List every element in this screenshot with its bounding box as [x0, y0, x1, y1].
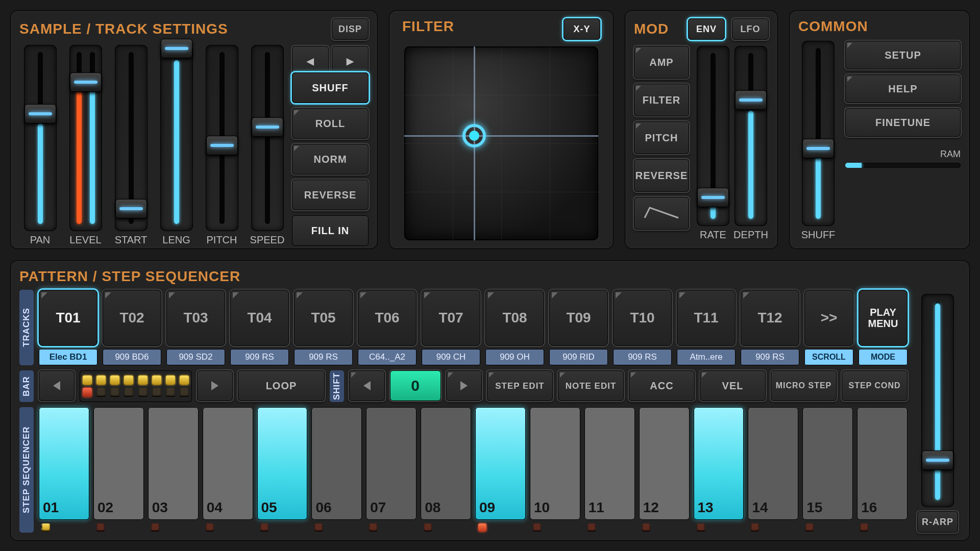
ram-label: RAM [845, 149, 961, 160]
rate-fader[interactable]: RATE [695, 46, 731, 241]
pitch-fader[interactable]: PITCH [201, 45, 242, 246]
step-03[interactable]: 03 [148, 407, 199, 520]
track-button-t09[interactable]: T09 [549, 290, 608, 346]
track-name[interactable]: 909 RID [549, 349, 608, 365]
roll-button[interactable]: ROLL [292, 108, 369, 139]
acc-button[interactable]: ACC [629, 370, 695, 401]
finetune-button[interactable]: FINETUNE [845, 108, 961, 137]
step-04[interactable]: 04 [203, 407, 253, 520]
envelope-icon [644, 206, 679, 221]
track-name[interactable]: Elec BD1 [39, 349, 97, 365]
note-edit-button[interactable]: NOTE EDIT [558, 370, 624, 401]
track-button-t06[interactable]: T06 [358, 290, 416, 346]
track-button-t03[interactable]: T03 [166, 290, 225, 346]
track-name[interactable]: 909 BD6 [103, 349, 161, 365]
track-name[interactable]: 909 CH [422, 349, 480, 365]
shift-left-button[interactable] [349, 370, 385, 401]
step-11[interactable]: 11 [584, 407, 635, 520]
vel-button[interactable]: VEL [700, 370, 766, 401]
shift-strip-label: SHIFT [330, 370, 344, 402]
pan-fader[interactable]: PAN [19, 45, 61, 246]
norm-button[interactable]: NORM [292, 144, 369, 174]
seq-title: PATTERN / STEP SEQUENCER [19, 268, 908, 285]
rarp-fader[interactable] [918, 294, 958, 507]
track-name[interactable]: 909 RS [741, 349, 799, 365]
shift-value-display[interactable]: 0 [390, 370, 441, 401]
loop-button[interactable]: LOOP [238, 370, 325, 401]
scroll-tracks-button[interactable]: >> [804, 290, 853, 346]
shuff-fader[interactable]: SHUFF [798, 41, 838, 241]
mod-panel: MOD ENV LFO AMP FILTER PITCH REVERSE RAT… [625, 10, 778, 249]
lfo-button[interactable]: LFO [732, 18, 769, 40]
track-button-t05[interactable]: T05 [294, 290, 353, 346]
step-07[interactable]: 07 [366, 407, 416, 520]
step-01[interactable]: 01 [39, 407, 89, 520]
reverse-button[interactable]: REVERSE [292, 180, 369, 210]
common-panel: COMMON SHUFF SETUP HELP FINETUNE RAM [789, 10, 970, 249]
play-menu-button[interactable]: PLAY MENU [859, 290, 908, 346]
track-button-t12[interactable]: T12 [741, 290, 799, 346]
step-10[interactable]: 10 [530, 407, 580, 520]
r-arp-button[interactable]: R-ARP [917, 511, 958, 533]
track-name[interactable]: 909 RS [294, 349, 353, 365]
filter-xy-pad[interactable] [404, 46, 598, 240]
track-button-t11[interactable]: T11 [677, 290, 736, 346]
track-button-t01[interactable]: T01 [39, 290, 97, 346]
track-button-t10[interactable]: T10 [613, 290, 672, 346]
help-button[interactable]: HELP [845, 74, 961, 103]
fillin-button[interactable]: FILL IN [292, 215, 369, 246]
mod-pitch-button[interactable]: PITCH [634, 121, 689, 154]
micro-step-button[interactable]: MICRO STEP [771, 370, 837, 401]
setup-button[interactable]: SETUP [845, 41, 961, 69]
level-fader[interactable]: LEVEL [65, 45, 106, 246]
track-name[interactable]: 909 RS [230, 349, 289, 365]
svg-marker-3 [460, 381, 468, 390]
mod-filter-button[interactable]: FILTER [634, 84, 689, 116]
start-fader[interactable]: START [110, 45, 152, 246]
step-13[interactable]: 13 [694, 407, 744, 520]
track-button-t07[interactable]: T07 [422, 290, 480, 346]
bar-strip-label: BAR [19, 370, 34, 402]
shuff-button[interactable]: SHUFF [292, 72, 369, 103]
step-08[interactable]: 08 [421, 407, 471, 520]
step-09[interactable]: 09 [475, 407, 526, 520]
step-06[interactable]: 06 [311, 407, 362, 520]
track-name[interactable]: 909 RS [613, 349, 672, 365]
sample-title: SAMPLE / TRACK SETTINGS [19, 21, 228, 37]
shift-right-button[interactable] [446, 370, 482, 401]
disp-button[interactable]: DISP [332, 18, 369, 40]
xy-button[interactable]: X-Y [564, 18, 600, 40]
speed-fader[interactable]: SPEED [247, 45, 288, 246]
xy-node-icon[interactable] [462, 124, 486, 147]
depth-fader[interactable]: DEPTH [733, 46, 769, 241]
track-button-t08[interactable]: T08 [485, 290, 544, 346]
mod-amp-button[interactable]: AMP [634, 46, 689, 79]
step-edit-button[interactable]: STEP EDIT [487, 370, 553, 401]
step-14[interactable]: 14 [748, 407, 798, 520]
mod-reverse-button[interactable]: REVERSE [634, 159, 689, 192]
track-name[interactable]: Atm..ere [677, 349, 736, 365]
step-16[interactable]: 16 [857, 407, 908, 520]
svg-marker-0 [53, 381, 60, 390]
leng-fader[interactable]: LENG [156, 45, 197, 246]
mode-label: MODE [859, 349, 908, 365]
track-name[interactable]: 909 OH [485, 349, 544, 365]
next-variation-button[interactable]: ▶ [332, 46, 369, 77]
step-15[interactable]: 15 [802, 407, 853, 520]
step-05[interactable]: 05 [257, 407, 308, 520]
envelope-shape-button[interactable] [634, 197, 689, 230]
mod-title: MOD [634, 21, 669, 37]
track-button-t02[interactable]: T02 [103, 290, 161, 346]
step-12[interactable]: 12 [639, 407, 690, 520]
track-name[interactable]: 909 SD2 [166, 349, 225, 365]
step-02[interactable]: 02 [93, 407, 144, 520]
tracks-strip-label: TRACKS [19, 290, 34, 365]
bar-prev-button[interactable] [39, 370, 75, 401]
track-name[interactable]: C64.._A2 [358, 349, 416, 365]
track-button-t04[interactable]: T04 [230, 290, 289, 346]
bar-next-button[interactable] [197, 370, 233, 401]
arrow-left-icon [51, 380, 62, 391]
prev-variation-button[interactable]: ◀ [292, 46, 329, 77]
step-cond-button[interactable]: STEP COND [842, 370, 908, 401]
env-button[interactable]: ENV [688, 18, 725, 40]
